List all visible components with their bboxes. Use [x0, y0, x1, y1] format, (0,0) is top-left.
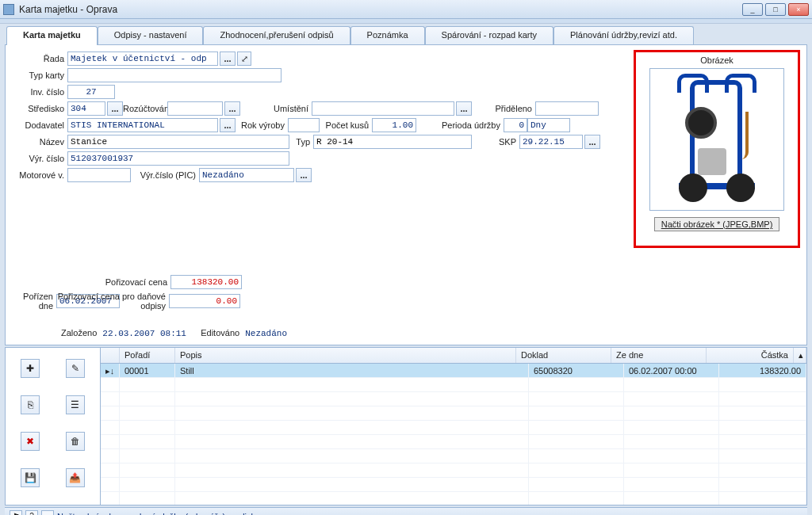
statusbar: ⚑ ? → Načte obrázek ze zadané složky (ad… [5, 507, 807, 515]
row-indicator: ▸ ↓ [101, 364, 120, 378]
label-nazev: Název [12, 137, 67, 147]
toolbar-new-icon[interactable]: ✚ [21, 359, 40, 378]
grid-header-poradi[interactable]: Pořadí [120, 348, 175, 363]
toolbar-edit-icon[interactable]: ✎ [66, 359, 85, 378]
top-shadow [0, 19, 812, 24]
minimize-button[interactable]: _ [742, 3, 763, 16]
umisteni-lookup[interactable]: ... [456, 101, 472, 116]
dodavatel-lookup[interactable]: ... [220, 118, 236, 132]
input-porizovaci[interactable] [170, 275, 242, 289]
input-typ[interactable] [313, 135, 472, 149]
grid-header: Pořadí Popis Doklad Ze dne Částka ▴ [101, 348, 806, 364]
table-row[interactable] [101, 392, 806, 406]
image-panel: Obrázek Načti obrázek * (JPEG,BMP) [634, 50, 800, 248]
table-row[interactable] [101, 478, 806, 492]
input-umisteni[interactable] [312, 101, 454, 116]
pricing-block: Pořizovací cena Pořízen dne Pořizovací c… [12, 275, 242, 313]
status-arrow-icon[interactable]: → [41, 510, 54, 516]
label-typ: Typ [289, 137, 313, 147]
row-download-icon: ↓ [110, 364, 115, 378]
status-help-icon[interactable]: ? [25, 510, 38, 516]
label-vyrcislo: Výr. číslo [12, 154, 67, 163]
asset-image [649, 68, 784, 211]
input-perioda-unit[interactable] [527, 118, 570, 132]
tab-odpisy[interactable]: Odpisy - nastavení [98, 26, 204, 45]
maximize-button[interactable]: □ [765, 3, 786, 16]
input-prideleno[interactable] [535, 101, 599, 116]
label-rada: Řada [12, 54, 67, 63]
rada-expand-icon[interactable]: ⤢ [237, 52, 251, 66]
status-flag-icon[interactable]: ⚑ [10, 510, 22, 516]
meta-line: Založeno 22.03.2007 08:11 Editováno Neza… [61, 328, 292, 338]
label-invcislo: Inv. číslo [12, 87, 67, 97]
window-title: Karta majetku - Oprava [19, 4, 742, 15]
toolbar-export-icon[interactable]: 📤 [66, 468, 85, 487]
grid-header-popis[interactable]: Popis [175, 348, 516, 363]
input-rozuctovani[interactable] [167, 101, 223, 116]
tab-karta-majetku[interactable]: Karta majetku [6, 26, 98, 45]
table-row[interactable] [101, 378, 806, 392]
label-editovano: Editováno [201, 328, 239, 338]
grid: Pořadí Popis Doklad Ze dne Částka ▴ ▸ ↓ … [100, 347, 807, 505]
tab-strip: Karta majetku Odpisy - nastavení Zhodnoc… [0, 25, 812, 44]
table-row[interactable] [101, 449, 806, 464]
tab-zhodnoceni[interactable]: Zhodnocení,přerušení odpisů [203, 26, 350, 45]
table-row[interactable] [101, 435, 806, 449]
toolbar-deleteall-icon[interactable]: 🗑 [66, 432, 85, 451]
input-porizovaci-danove[interactable] [169, 294, 240, 308]
table-row[interactable] [101, 421, 806, 435]
input-typkarty[interactable] [67, 68, 282, 82]
toolbar-save-icon[interactable]: 💾 [21, 468, 40, 487]
input-dodavatel[interactable] [67, 118, 218, 132]
skp-lookup[interactable]: ... [584, 135, 600, 149]
stredisko-lookup[interactable]: ... [107, 101, 123, 116]
grid-header-doklad[interactable]: Doklad [516, 348, 611, 363]
toolbar-copy-icon[interactable]: ⎘ [21, 395, 40, 414]
toolbar-delete-icon[interactable]: ✖ [21, 432, 40, 451]
load-image-button[interactable]: Načti obrázek * (JPEG,BMP) [654, 217, 780, 231]
label-vyrcislopic: Výr.číslo (PIC) [131, 170, 199, 180]
input-skp[interactable] [519, 135, 583, 149]
label-periodaudrzby: Perioda údržby [416, 120, 504, 130]
table-row[interactable]: ▸ ↓ 00001 Still 65008320 06.02.2007 00:0… [101, 364, 806, 378]
input-rada[interactable] [67, 52, 218, 66]
cell-popis: Still [175, 364, 529, 378]
window-icon [3, 4, 14, 15]
grid-body[interactable]: ▸ ↓ 00001 Still 65008320 06.02.2007 00:0… [101, 364, 806, 505]
grid-scroll-up-icon[interactable]: ▴ [794, 348, 806, 363]
input-vyrcislopic[interactable] [199, 168, 294, 182]
input-nazev[interactable] [67, 135, 289, 149]
image-caption: Obrázek [639, 55, 795, 65]
input-perioda-value[interactable] [504, 118, 527, 132]
input-invcislo[interactable] [67, 85, 115, 99]
label-skp: SKP [472, 137, 519, 147]
label-porizovaci-danove: Pořizovací cena pro daňové odpisy [33, 292, 169, 311]
input-motorove[interactable] [67, 168, 131, 182]
input-pocetkusu[interactable] [372, 118, 416, 132]
table-row[interactable] [101, 464, 806, 478]
status-text: Načte obrázek ze zadané složky (adresáře… [57, 512, 260, 516]
tab-sparovani[interactable]: Spárování - rozpad karty [425, 26, 553, 45]
close-button[interactable]: × [788, 3, 809, 16]
window-buttons: _ □ × [742, 3, 809, 16]
cell-doklad: 65008320 [529, 364, 624, 378]
tab-poznamka[interactable]: Poznámka [350, 26, 425, 45]
toolbar-props-icon[interactable]: ☰ [66, 395, 85, 414]
input-stredisko[interactable] [67, 101, 105, 116]
table-row[interactable] [101, 406, 806, 421]
rozuctovani-lookup[interactable]: ... [224, 101, 240, 116]
rada-lookup[interactable]: ... [220, 52, 236, 66]
table-row[interactable] [101, 492, 806, 505]
label-typkarty: Typ karty [12, 71, 67, 80]
grid-header-zedne[interactable]: Ze dne [611, 348, 707, 363]
input-vyrcislo[interactable] [67, 151, 289, 166]
label-motorove: Motorové v. [12, 170, 67, 180]
vertical-toolbar: ✚ ✎ ⎘ ☰ ✖ 🗑 💾 📤 [5, 347, 100, 505]
titlebar: Karta majetku - Oprava _ □ × [0, 0, 812, 19]
label-umisteni: Umístění [240, 104, 312, 113]
input-rokvyroby[interactable] [288, 118, 320, 132]
grid-header-castka[interactable]: Částka [707, 348, 794, 363]
tab-planovani[interactable]: Plánování údržby,revizí atd. [553, 26, 694, 45]
vyrcislopic-lookup[interactable]: ... [296, 168, 312, 182]
label-porizovaci: Pořizovací cena [12, 277, 170, 287]
